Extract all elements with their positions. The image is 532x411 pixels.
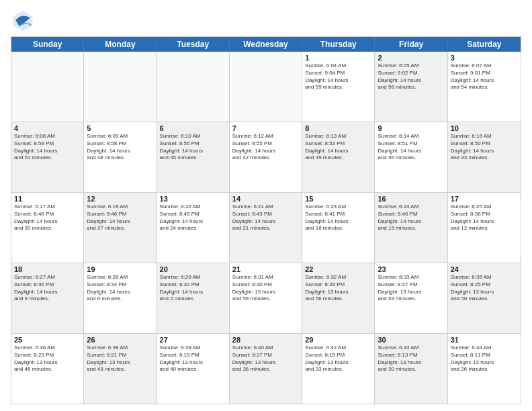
cal-cell-2: 2Sunrise: 6:05 AM Sunset: 9:02 PM Daylig… — [375, 52, 447, 122]
cell-info: Sunrise: 6:44 AM Sunset: 8:11 PM Dayligh… — [451, 345, 518, 373]
cell-info: Sunrise: 6:42 AM Sunset: 8:15 PM Dayligh… — [305, 345, 371, 373]
day-number: 14 — [232, 195, 299, 203]
cell-info: Sunrise: 6:10 AM Sunset: 8:56 PM Dayligh… — [160, 133, 226, 162]
day-number: 3 — [451, 54, 518, 62]
day-number: 7 — [232, 124, 299, 132]
cal-cell-10: 10Sunrise: 6:16 AM Sunset: 8:50 PM Dayli… — [448, 122, 521, 192]
header-day-wednesday: Wednesday — [230, 37, 302, 52]
cell-info: Sunrise: 6:25 AM Sunset: 8:38 PM Dayligh… — [451, 203, 518, 232]
day-number: 11 — [14, 195, 81, 203]
cal-cell-6: 6Sunrise: 6:10 AM Sunset: 8:56 PM Daylig… — [157, 122, 230, 192]
cell-info: Sunrise: 6:16 AM Sunset: 8:50 PM Dayligh… — [451, 133, 518, 162]
day-number: 18 — [14, 265, 81, 273]
cal-cell-3: 3Sunrise: 6:07 AM Sunset: 9:01 PM Daylig… — [448, 52, 521, 122]
header-day-monday: Monday — [84, 37, 157, 52]
cal-cell-23: 23Sunrise: 6:33 AM Sunset: 8:27 PM Dayli… — [375, 263, 447, 333]
day-number: 5 — [87, 124, 153, 132]
day-number: 22 — [305, 265, 371, 273]
calendar-header: SundayMondayTuesdayWednesdayThursdayFrid… — [11, 37, 521, 52]
cell-info: Sunrise: 6:17 AM Sunset: 8:48 PM Dayligh… — [14, 203, 81, 232]
cal-cell-24: 24Sunrise: 6:35 AM Sunset: 8:25 PM Dayli… — [448, 263, 521, 333]
header-day-sunday: Sunday — [11, 37, 84, 52]
cell-info: Sunrise: 6:27 AM Sunset: 8:36 PM Dayligh… — [14, 274, 81, 303]
cell-info: Sunrise: 6:14 AM Sunset: 8:51 PM Dayligh… — [378, 133, 444, 162]
day-number: 1 — [305, 54, 371, 62]
logo — [11, 8, 38, 32]
cell-info: Sunrise: 6:20 AM Sunset: 8:45 PM Dayligh… — [160, 203, 226, 232]
cell-info: Sunrise: 6:04 AM Sunset: 9:04 PM Dayligh… — [305, 62, 371, 91]
cal-cell-11: 11Sunrise: 6:17 AM Sunset: 8:48 PM Dayli… — [11, 193, 84, 263]
day-number: 16 — [378, 195, 444, 203]
cal-row-2: 11Sunrise: 6:17 AM Sunset: 8:48 PM Dayli… — [11, 193, 521, 263]
cell-info: Sunrise: 6:31 AM Sunset: 8:30 PM Dayligh… — [232, 274, 299, 303]
day-number: 27 — [160, 336, 226, 344]
header-day-tuesday: Tuesday — [157, 37, 230, 52]
cal-cell-20: 20Sunrise: 6:29 AM Sunset: 8:32 PM Dayli… — [157, 263, 230, 333]
cal-cell-21: 21Sunrise: 6:31 AM Sunset: 8:30 PM Dayli… — [230, 263, 302, 333]
day-number: 23 — [378, 265, 444, 273]
page: SundayMondayTuesdayWednesdayThursdayFrid… — [0, 0, 532, 411]
cal-cell-28: 28Sunrise: 6:40 AM Sunset: 8:17 PM Dayli… — [230, 334, 302, 404]
day-number: 12 — [87, 195, 153, 203]
cell-info: Sunrise: 6:28 AM Sunset: 8:34 PM Dayligh… — [87, 274, 153, 303]
cal-cell-27: 27Sunrise: 6:39 AM Sunset: 8:19 PM Dayli… — [157, 334, 230, 404]
cal-cell-4: 4Sunrise: 6:08 AM Sunset: 8:59 PM Daylig… — [11, 122, 84, 192]
day-number: 4 — [14, 124, 81, 132]
day-number: 15 — [305, 195, 371, 203]
cell-info: Sunrise: 6:23 AM Sunset: 8:41 PM Dayligh… — [305, 203, 371, 232]
cal-cell-26: 26Sunrise: 6:38 AM Sunset: 8:21 PM Dayli… — [84, 334, 157, 404]
cal-cell-29: 29Sunrise: 6:42 AM Sunset: 8:15 PM Dayli… — [302, 334, 375, 404]
cell-info: Sunrise: 6:29 AM Sunset: 8:32 PM Dayligh… — [160, 274, 226, 303]
cal-cell-empty — [230, 52, 302, 122]
cal-cell-19: 19Sunrise: 6:28 AM Sunset: 8:34 PM Dayli… — [84, 263, 157, 333]
cal-row-3: 18Sunrise: 6:27 AM Sunset: 8:36 PM Dayli… — [11, 263, 521, 334]
header-day-saturday: Saturday — [448, 37, 521, 52]
calendar: SundayMondayTuesdayWednesdayThursdayFrid… — [11, 36, 521, 404]
cal-cell-14: 14Sunrise: 6:21 AM Sunset: 8:43 PM Dayli… — [230, 193, 302, 263]
cell-info: Sunrise: 6:09 AM Sunset: 8:58 PM Dayligh… — [87, 133, 153, 162]
cell-info: Sunrise: 6:08 AM Sunset: 8:59 PM Dayligh… — [14, 133, 81, 162]
cell-info: Sunrise: 6:40 AM Sunset: 8:17 PM Dayligh… — [232, 345, 299, 373]
cal-cell-17: 17Sunrise: 6:25 AM Sunset: 8:38 PM Dayli… — [448, 193, 521, 263]
day-number: 10 — [451, 124, 518, 132]
day-number: 20 — [160, 265, 226, 273]
cal-cell-22: 22Sunrise: 6:32 AM Sunset: 8:29 PM Dayli… — [302, 263, 375, 333]
cal-cell-empty — [157, 52, 230, 122]
cell-info: Sunrise: 6:12 AM Sunset: 8:55 PM Dayligh… — [232, 133, 299, 162]
cell-info: Sunrise: 6:39 AM Sunset: 8:19 PM Dayligh… — [160, 345, 226, 373]
cell-info: Sunrise: 6:38 AM Sunset: 8:21 PM Dayligh… — [87, 345, 153, 373]
cell-info: Sunrise: 6:24 AM Sunset: 8:40 PM Dayligh… — [378, 203, 444, 232]
cal-cell-25: 25Sunrise: 6:36 AM Sunset: 8:23 PM Dayli… — [11, 334, 84, 404]
cell-info: Sunrise: 6:32 AM Sunset: 8:29 PM Dayligh… — [305, 274, 371, 303]
cal-cell-30: 30Sunrise: 6:43 AM Sunset: 8:13 PM Dayli… — [375, 334, 447, 404]
cell-info: Sunrise: 6:35 AM Sunset: 8:25 PM Dayligh… — [451, 274, 518, 303]
day-number: 30 — [378, 336, 444, 344]
cal-cell-12: 12Sunrise: 6:19 AM Sunset: 8:46 PM Dayli… — [84, 193, 157, 263]
cal-row-0: 1Sunrise: 6:04 AM Sunset: 9:04 PM Daylig… — [11, 52, 521, 122]
cell-info: Sunrise: 6:05 AM Sunset: 9:02 PM Dayligh… — [378, 62, 444, 91]
cell-info: Sunrise: 6:07 AM Sunset: 9:01 PM Dayligh… — [451, 62, 518, 91]
logo-icon — [11, 8, 35, 32]
day-number: 9 — [378, 124, 444, 132]
day-number: 2 — [378, 54, 444, 62]
day-number: 24 — [451, 265, 518, 273]
cal-row-1: 4Sunrise: 6:08 AM Sunset: 8:59 PM Daylig… — [11, 122, 521, 193]
header — [11, 8, 521, 32]
header-day-friday: Friday — [375, 37, 447, 52]
cal-cell-1: 1Sunrise: 6:04 AM Sunset: 9:04 PM Daylig… — [302, 52, 375, 122]
cal-cell-31: 31Sunrise: 6:44 AM Sunset: 8:11 PM Dayli… — [448, 334, 521, 404]
day-number: 31 — [451, 336, 518, 344]
cal-row-4: 25Sunrise: 6:36 AM Sunset: 8:23 PM Dayli… — [11, 334, 521, 404]
header-day-thursday: Thursday — [302, 37, 375, 52]
cal-cell-15: 15Sunrise: 6:23 AM Sunset: 8:41 PM Dayli… — [302, 193, 375, 263]
day-number: 28 — [232, 336, 299, 344]
cal-cell-empty — [84, 52, 157, 122]
day-number: 6 — [160, 124, 226, 132]
cal-cell-7: 7Sunrise: 6:12 AM Sunset: 8:55 PM Daylig… — [230, 122, 302, 192]
cal-cell-13: 13Sunrise: 6:20 AM Sunset: 8:45 PM Dayli… — [157, 193, 230, 263]
day-number: 19 — [87, 265, 153, 273]
day-number: 29 — [305, 336, 371, 344]
cell-info: Sunrise: 6:21 AM Sunset: 8:43 PM Dayligh… — [232, 203, 299, 232]
cell-info: Sunrise: 6:13 AM Sunset: 8:53 PM Dayligh… — [305, 133, 371, 162]
cal-cell-5: 5Sunrise: 6:09 AM Sunset: 8:58 PM Daylig… — [84, 122, 157, 192]
